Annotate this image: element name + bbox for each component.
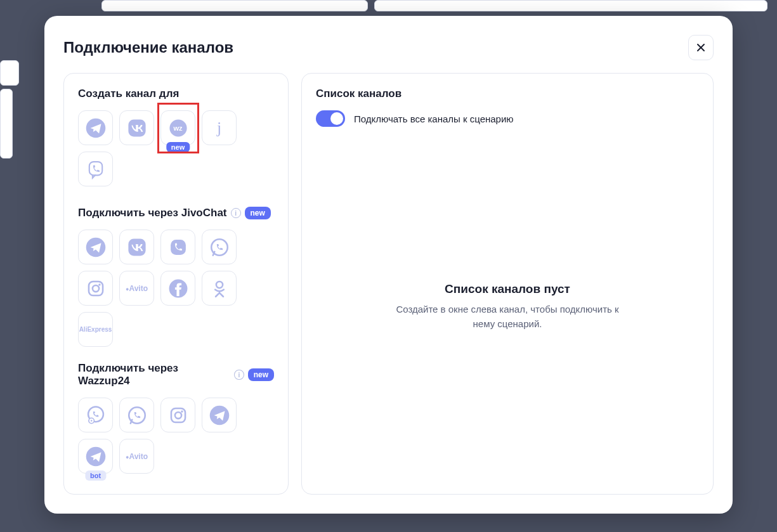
channel-viber[interactable] — [78, 152, 113, 186]
section-jivo-label: Подключить через JivoChat — [78, 207, 227, 219]
connect-all-toggle[interactable] — [316, 110, 345, 127]
section-create-label: Создать канал для — [78, 88, 179, 100]
avito-icon: ●Avito — [126, 284, 148, 293]
connect-channels-modal: Подключение каналов Создать канал для — [44, 16, 733, 514]
modal-header: Подключение каналов — [63, 35, 714, 60]
empty-subtitle: Создайте в окне слева канал, чтобы подкл… — [387, 302, 628, 331]
svg-point-21 — [181, 410, 183, 412]
svg-rect-10 — [88, 281, 102, 295]
jivo-whatsapp[interactable] — [202, 230, 237, 264]
section-create-title: Создать канал для — [78, 88, 274, 100]
odnoklassniki-icon — [209, 278, 230, 299]
svg-rect-19 — [171, 408, 185, 422]
telegram-icon — [85, 446, 107, 467]
empty-state: Список каналов пуст Создайте в окне слев… — [316, 133, 699, 480]
info-icon[interactable]: i — [234, 370, 244, 380]
jivo-grid: ●Avito AliExpress — [78, 230, 274, 347]
connect-all-label: Подключать все каналы к сценарию — [354, 114, 514, 124]
modal-content: Создать канал для wz new j — [63, 73, 714, 495]
channel-jivo[interactable]: j — [202, 110, 237, 145]
empty-title: Список каналов пуст — [445, 282, 570, 296]
wazzup-avito[interactable]: ●Avito — [119, 439, 154, 474]
new-badge: new — [245, 207, 271, 219]
jivo-telegram[interactable] — [78, 230, 113, 264]
avito-icon: ●Avito — [126, 452, 148, 461]
toggle-knob — [330, 112, 343, 125]
wazzup-instagram[interactable] — [160, 398, 195, 432]
instagram-icon — [167, 405, 189, 426]
svg-point-14 — [216, 281, 222, 287]
channel-list-title: Список каналов — [316, 88, 699, 100]
vk-icon — [126, 237, 148, 258]
channel-vk[interactable] — [119, 110, 154, 145]
wz-text: wz — [173, 124, 182, 132]
modal-title: Подключение каналов — [63, 39, 233, 56]
facebook-icon — [167, 278, 189, 299]
close-button[interactable] — [688, 35, 714, 60]
channel-wazzup[interactable]: wz new — [160, 110, 195, 145]
wazzup-whatsapp-api[interactable] — [78, 398, 113, 432]
bg-panel — [0, 60, 19, 86]
wazzup-telegram[interactable] — [202, 398, 237, 432]
whatsapp-icon — [126, 405, 148, 426]
wazzup-grid: bot ●Avito — [78, 398, 274, 474]
svg-rect-8 — [171, 240, 186, 255]
bg-panel — [0, 89, 13, 159]
viber-icon — [85, 159, 107, 180]
telegram-icon — [85, 237, 107, 258]
jivo-aliexpress[interactable]: AliExpress — [78, 312, 113, 347]
svg-point-12 — [98, 283, 100, 285]
whatsapp-icon — [209, 237, 230, 258]
channel-telegram[interactable] — [78, 110, 113, 145]
new-badge: new — [248, 368, 274, 381]
jivo-ok[interactable] — [202, 271, 237, 306]
info-icon[interactable]: i — [231, 208, 241, 218]
section-wazzup-title: Подключить через Wazzup24 i new — [78, 362, 274, 387]
svg-point-17 — [90, 420, 92, 422]
connect-all-row: Подключать все каналы к сценарию — [316, 110, 699, 127]
svg-point-11 — [92, 285, 98, 291]
svg-rect-5 — [89, 162, 101, 175]
jivo-viber[interactable] — [160, 230, 195, 264]
jivo-icon: j — [217, 119, 221, 138]
jivo-instagram[interactable] — [78, 271, 113, 306]
channel-list-panel: Список каналов Подключать все каналы к с… — [301, 73, 714, 495]
create-channel-grid: wz new j — [78, 110, 274, 186]
svg-point-20 — [174, 412, 181, 418]
wazzup-whatsapp[interactable] — [119, 398, 154, 432]
vk-icon — [126, 117, 148, 139]
telegram-icon — [85, 117, 107, 139]
telegram-icon — [209, 405, 230, 426]
bg-panel — [374, 0, 767, 11]
jivo-facebook[interactable] — [160, 271, 195, 306]
jivo-vk[interactable] — [119, 230, 154, 264]
bot-badge: bot — [85, 470, 106, 481]
new-badge: new — [166, 142, 190, 152]
aliexpress-icon: AliExpress — [79, 326, 112, 333]
close-icon — [696, 42, 706, 53]
whatsapp-gear-icon — [85, 405, 107, 426]
jivo-avito[interactable]: ●Avito — [119, 271, 154, 306]
create-channel-panel: Создать канал для wz new j — [63, 73, 289, 495]
instagram-icon — [85, 278, 107, 299]
section-jivo-title: Подключить через JivoChat i new — [78, 207, 274, 219]
bg-panel — [101, 0, 368, 11]
viber-icon — [167, 237, 189, 258]
wazzup-telegram-bot[interactable]: bot — [78, 439, 113, 474]
section-wazzup-label: Подключить через Wazzup24 — [78, 362, 230, 387]
